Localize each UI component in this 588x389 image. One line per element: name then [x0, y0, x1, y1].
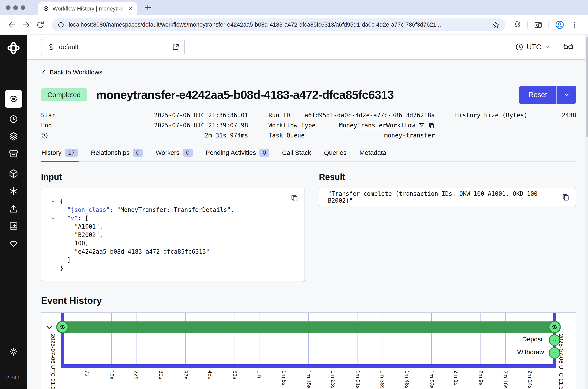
app-sidebar: 2.34.0 [0, 35, 27, 389]
timeline-gridline [161, 313, 161, 364]
task-queue-link[interactable]: money-transfer [384, 132, 435, 139]
tab-history[interactable]: History17 [41, 146, 78, 162]
tab-call-stack[interactable]: Call Stack [282, 146, 311, 162]
timeline-tick-label: 37s [182, 370, 189, 379]
timeline-gridline [259, 313, 259, 364]
window-close-dot[interactable] [6, 5, 10, 10]
tab-pending-activities[interactable]: Pending Activities0 [205, 146, 270, 162]
timeline-baseline [61, 364, 556, 368]
activity-label[interactable]: Deposit [522, 336, 544, 343]
timeline-tick-label: 22s [133, 370, 140, 379]
browser-tab[interactable]: Workflow History | moneytran [38, 2, 137, 15]
timeline-gridline [431, 313, 432, 364]
sidebar-item-schedules[interactable] [0, 114, 27, 124]
tab-relationships[interactable]: Relationships0 [91, 146, 143, 162]
json-gutter [51, 239, 60, 248]
url-bar[interactable]: localhost:8080/namespaces/default/workfl… [52, 18, 505, 31]
clock-icon [515, 43, 524, 51]
tab-metadata[interactable]: Metadata [359, 146, 387, 162]
scrollbar-thumb[interactable] [586, 37, 588, 137]
json-line: "json_class": "MoneyTransfer::TransferDe… [51, 206, 295, 214]
menu-kebab-icon[interactable] [570, 21, 579, 29]
sidebar-item-labs[interactable] [0, 186, 27, 196]
namespace-icon [47, 43, 55, 51]
chevron-down-icon [544, 44, 551, 50]
event-history-timeline: Deposit Withdraw 2025-07-06 UTC 21:36:36… [41, 312, 576, 389]
chevron-down-icon [563, 91, 570, 98]
tab-workers[interactable]: Workers0 [155, 146, 193, 162]
forward-button-icon[interactable] [21, 19, 32, 31]
namespace-select[interactable]: default [41, 39, 185, 55]
event-history-heading: Event History [41, 295, 576, 306]
browser-tab-strip: Workflow History | moneytran [0, 0, 588, 15]
page-scrollbar[interactable] [585, 35, 588, 389]
timeline-tick-label: 45s [207, 370, 213, 379]
sidebar-item-import-export[interactable] [0, 204, 27, 214]
tab-count-badge: 0 [133, 149, 143, 157]
workflow-type-link[interactable]: MoneyTransferWorkflow [339, 122, 415, 129]
search-tabs-icon[interactable] [534, 21, 543, 29]
json-line: "A1001", [51, 222, 295, 231]
sidebar-item-batch-operations[interactable] [0, 131, 27, 141]
labs-glasses-icon[interactable] [563, 41, 574, 53]
tab-queries[interactable]: Queries [324, 146, 347, 162]
workflow-tabs: History17Relationships0Workers0Pending A… [41, 146, 576, 162]
timeline-gridline [308, 313, 309, 364]
timeline-tick-label: 30s [158, 370, 164, 379]
profile-avatar-icon[interactable] [555, 20, 564, 30]
namespace-value: default [59, 43, 78, 51]
workflow-span-bar[interactable] [63, 322, 554, 333]
sidebar-item-feedback[interactable] [0, 238, 27, 248]
workflow-start-node[interactable] [56, 321, 69, 333]
json-line: { [51, 197, 295, 206]
task-queue-label: Task Queue [269, 132, 305, 139]
reset-button[interactable]: Reset [519, 86, 556, 104]
collapse-chevron-icon[interactable] [51, 197, 60, 206]
timeline-gridline [185, 313, 186, 364]
sidebar-item-docs[interactable] [0, 221, 27, 231]
sidebar-item-workflows[interactable] [0, 90, 27, 108]
back-to-workflows[interactable]: Back to Workflows [41, 69, 576, 76]
bookmark-star-icon[interactable] [492, 21, 500, 29]
back-button-icon[interactable] [6, 19, 18, 31]
tab-close-icon[interactable] [128, 6, 133, 11]
temporal-logo-icon[interactable] [0, 41, 27, 55]
timeline-gridline [333, 313, 333, 364]
theme-toggle-icon[interactable] [0, 347, 27, 357]
namespace-open-button[interactable] [167, 39, 184, 55]
result-card: "Transfer complete (transaction IDs: OKW… [319, 188, 576, 206]
timeline-expand-icon[interactable] [45, 323, 53, 332]
end-value: 2025-07-06 UTC 21:39:07.98 [154, 122, 248, 129]
new-tab-button[interactable] [143, 3, 152, 12]
activity-label[interactable]: Withdraw [517, 349, 544, 356]
workflow-end-node[interactable] [548, 321, 561, 333]
timeline-tick-label: 2m 9s [478, 370, 484, 386]
sidebar-item-archive[interactable] [0, 149, 27, 159]
collapse-chevron-icon[interactable] [51, 214, 60, 222]
reload-button-icon[interactable] [35, 19, 46, 31]
window-minimize-dot[interactable] [13, 5, 18, 10]
timezone-select[interactable]: UTC [515, 43, 551, 51]
window-zoom-dot[interactable] [21, 5, 25, 10]
json-gutter [51, 231, 60, 239]
back-link-label: Back to Workflows [50, 69, 102, 76]
json-gutter [51, 206, 60, 214]
history-size-value: 2438 [562, 112, 576, 119]
sidebar-item-nexus[interactable] [0, 168, 27, 179]
filter-icon[interactable] [418, 122, 425, 129]
timeline-tick-label: 15s [108, 370, 115, 379]
timeline-tick-label: 1m 8s [281, 370, 287, 386]
tab-label: Relationships [91, 149, 130, 156]
timeline-gridline [210, 313, 210, 364]
copy-icon[interactable] [290, 194, 299, 202]
site-info-icon[interactable] [58, 21, 64, 28]
run-id-label: Run ID [269, 112, 290, 119]
copy-icon[interactable] [428, 122, 435, 129]
toolbar-separator [549, 21, 549, 29]
tab-label: Workers [156, 149, 179, 156]
tab-label: Queries [324, 149, 346, 156]
reset-dropdown-button[interactable] [556, 86, 576, 104]
extensions-icon[interactable] [513, 21, 521, 29]
copy-icon[interactable] [562, 193, 570, 201]
status-badge: Completed [41, 88, 87, 101]
